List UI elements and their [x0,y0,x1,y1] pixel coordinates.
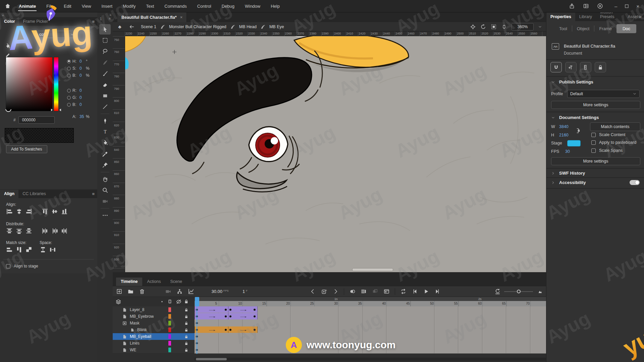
layer-color-chip[interactable] [168,307,171,312]
hand-tool[interactable] [99,174,111,184]
accessibility-toggle[interactable] [630,180,640,185]
hex-input[interactable]: 000000 [18,116,55,124]
lasso-tool[interactable] [99,46,111,57]
auto-keyframe-icon[interactable]: A [321,288,327,295]
radio-h[interactable] [67,60,71,63]
lock-icon[interactable] [184,328,189,332]
accessibility-header[interactable]: Accessibility [551,180,586,185]
layers-stack-icon[interactable] [115,299,121,305]
lock-icon[interactable] [184,299,189,304]
share-icon[interactable] [569,3,575,9]
layer-color-chip[interactable] [168,341,171,346]
layer-row-WE[interactable]: WE [113,347,195,354]
parent-icon[interactable] [176,288,183,295]
step-back-icon[interactable] [412,288,418,295]
slider-knob[interactable] [517,290,521,293]
onion-skin-icon[interactable] [349,288,356,295]
align-left-icon[interactable] [6,208,13,215]
align-center-h-icon[interactable] [16,208,22,215]
tween-span[interactable]: → [228,306,258,313]
add-to-swatches-button[interactable]: Add To Swatches [6,145,47,153]
color-row-value[interactable]: 0 [79,95,84,100]
hue-marker-right[interactable] [59,109,61,111]
lock-icon[interactable] [184,314,189,319]
menu-item-help[interactable]: Help [270,1,280,12]
maximize-icon[interactable] [625,4,629,8]
layer-row-Lines[interactable]: Lines [113,340,195,347]
text-tool[interactable]: T [99,127,111,137]
layer-row-Layer_8[interactable]: Layer_8 [113,306,195,313]
lock-guides-button[interactable] [595,62,606,72]
color-row-value[interactable]: 0 [79,102,84,107]
layer-color-chip[interactable] [168,321,171,325]
publish-more-settings-button[interactable]: More settings [551,101,640,109]
match-h-icon[interactable] [16,246,22,253]
lock-icon[interactable] [184,308,189,312]
subtab-frame[interactable]: Frame [594,24,616,33]
tab-close-icon[interactable]: × [180,15,183,20]
profile-dropdown[interactable]: Default [567,90,640,98]
radio-b2[interactable] [67,103,71,107]
scale-content-checkbox[interactable] [591,133,596,137]
align-middle-v-icon[interactable] [51,208,58,215]
snap-align-button[interactable] [565,62,577,72]
col-outline-icon[interactable] [167,299,172,304]
publish-settings-header[interactable]: Publish Settings [551,79,593,84]
timeline-scrollbar[interactable] [195,358,546,361]
radio-b[interactable] [67,74,71,77]
reset-timeline-zoom-icon[interactable] [494,288,501,295]
menu-item-window[interactable]: Window [244,1,261,12]
fluid-brush-tool[interactable] [99,57,111,68]
hue-marker-left[interactable] [51,109,53,111]
layer-row-Mask[interactable]: Mask [113,320,195,327]
menu-item-modify[interactable]: Modify [122,1,136,12]
color-row-value[interactable]: 0 [79,59,84,64]
layer-row-Bliink[interactable]: Bliink [113,326,195,334]
color-row-value[interactable]: 0 [79,88,84,93]
space-v-icon[interactable] [40,246,46,253]
color-row-value[interactable]: 0 [79,73,84,78]
playhead[interactable] [195,297,199,306]
tween-span[interactable]: → [228,326,258,333]
menu-item-edit[interactable]: Edit [63,1,72,12]
dist-h-mid-icon[interactable] [51,228,58,234]
frame-row-Layer_8[interactable]: →→ [195,306,546,313]
keyframe-dot[interactable] [225,309,227,311]
eraser-tool[interactable] [99,79,111,90]
classic-brush-tool[interactable] [99,68,111,79]
menu-item-control[interactable]: Control [197,1,212,12]
menu-item-animate[interactable]: Animate [18,1,37,12]
frame-row-Bliink[interactable]: →→ [195,326,546,334]
ruler-button[interactable] [580,62,591,72]
collapse-panel-icon[interactable]: « [109,13,111,17]
frame-row-MB_Eyeball[interactable] [195,333,546,340]
loop-icon[interactable] [400,288,407,295]
menu-item-text[interactable]: Text [145,1,155,12]
layer-color-chip[interactable] [168,334,171,339]
fit-timeline-icon[interactable] [536,288,543,295]
rectangle-tool[interactable] [99,90,111,101]
folder-icon[interactable] [127,288,134,295]
radio-g[interactable] [67,96,71,100]
gradient-cursor[interactable] [5,106,11,112]
col-dot-icon[interactable] [160,299,164,304]
play-icon[interactable] [423,288,429,295]
keyframe-dot[interactable] [225,315,227,317]
current-frame-display[interactable]: 1 F [243,289,248,294]
tab-actions[interactable]: Actions [142,278,165,286]
match-w-icon[interactable] [6,246,13,253]
dist-h-right-icon[interactable] [61,228,68,234]
docsettings-more-button[interactable]: More settings [551,157,640,165]
layer-row-MB_Eyeball[interactable]: MB_Eyeball [113,333,195,340]
color-row-value[interactable]: 0 [79,66,84,71]
eye-off-icon[interactable] [176,299,182,305]
line-tool[interactable] [99,102,111,112]
menu-item-debug[interactable]: Debug [221,1,235,12]
frame-row-MB_Eyebrow[interactable]: →→ [195,313,546,320]
timeline-zoom-slider[interactable] [504,291,533,292]
radio-r[interactable] [67,89,71,93]
panel-menu-icon[interactable]: ≡ [92,19,95,24]
eyedropper-tool[interactable] [99,149,111,159]
home-icon[interactable] [5,3,11,9]
dist-h-left-icon[interactable] [42,228,48,234]
